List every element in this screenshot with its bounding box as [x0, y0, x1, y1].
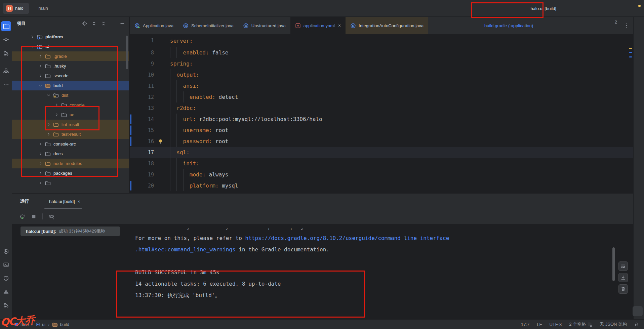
- chevron-right-icon[interactable]: [38, 64, 43, 69]
- close-icon[interactable]: ×: [78, 199, 80, 204]
- more-tool-button[interactable]: [1, 79, 11, 89]
- chevron-down-icon[interactable]: [30, 44, 35, 49]
- gutter[interactable]: 11: [130, 80, 170, 91]
- console-vertical-scrollbar[interactable]: [612, 247, 615, 281]
- inspection-widget[interactable]: 2: [614, 19, 624, 25]
- chevron-right-icon[interactable]: [38, 151, 43, 157]
- git-tool-button[interactable]: [1, 300, 11, 310]
- error-stripe-mark[interactable]: [629, 48, 632, 49]
- run-console[interactable]: determine if they come from your own scr…: [121, 224, 633, 319]
- close-icon[interactable]: ×: [338, 23, 341, 28]
- run-result-item[interactable]: halo:ui [build]: 成功 3分钟45秒429毫秒: [21, 227, 120, 236]
- hide-icon[interactable]: [118, 19, 126, 28]
- tree-item-platform[interactable]: platform: [12, 32, 129, 42]
- run-configuration-selector[interactable]: halo:ui [build]: [528, 6, 559, 11]
- change-marker[interactable]: [130, 136, 131, 146]
- target-icon[interactable]: [81, 19, 89, 28]
- tree-item-.husky[interactable]: .husky: [12, 61, 129, 71]
- chevron-right-icon[interactable]: [38, 73, 43, 79]
- chevron-right-icon[interactable]: [38, 180, 43, 186]
- warning-tool-button[interactable]: [1, 287, 11, 297]
- gutter[interactable]: 1: [130, 35, 170, 47]
- tree-item-lint-result[interactable]: lint-result: [12, 120, 129, 129]
- tab-application.yaml[interactable]: Yapplication.yaml×: [290, 17, 346, 34]
- spring-tool-button[interactable]: [634, 35, 644, 45]
- debug-button[interactable]: [573, 3, 583, 14]
- pull-requests-tool-button[interactable]: [1, 48, 11, 58]
- scroll-end-button[interactable]: [618, 273, 628, 282]
- shield-tool-button[interactable]: [634, 66, 644, 76]
- run-float-button[interactable]: [633, 306, 643, 316]
- settings-button[interactable]: [631, 3, 642, 14]
- chevron-down-icon[interactable]: [46, 93, 51, 98]
- gutter[interactable]: 17: [130, 147, 170, 158]
- tree-item-docs[interactable]: docs: [12, 149, 129, 159]
- tree-item-node_modules[interactable]: node_modules: [12, 159, 129, 168]
- change-marker[interactable]: [130, 125, 131, 135]
- gutter[interactable]: 12: [130, 91, 170, 102]
- tree-item-test-result[interactable]: test-result: [12, 129, 129, 139]
- preview-button[interactable]: [47, 212, 56, 221]
- chevron-right-icon[interactable]: [46, 122, 51, 127]
- run-panel-tab[interactable]: halo:ui [build] ×: [42, 194, 84, 209]
- gutter[interactable]: 19: [130, 169, 170, 180]
- project-tree-scrollbar[interactable]: [126, 36, 128, 69]
- gutter[interactable]: 10: [130, 69, 170, 80]
- problems-tool-button[interactable]: [1, 273, 11, 283]
- chevron-down-icon[interactable]: [38, 83, 43, 88]
- tab-Unstructured.java[interactable]: CUnstructured.java: [238, 17, 290, 34]
- stop-button[interactable]: [29, 212, 38, 221]
- tree-item-packages[interactable]: packages: [12, 168, 129, 178]
- search-everywhere-button[interactable]: [620, 3, 631, 14]
- status-item-无 JSON 架构[interactable]: 无 JSON 架构: [600, 321, 627, 327]
- project-view-selector[interactable]: 项目: [17, 20, 27, 27]
- tab-build.gradle (:application)[interactable]: build.gradle (:application): [477, 17, 538, 34]
- commit-tool-button[interactable]: [1, 35, 11, 45]
- kebab-icon[interactable]: [109, 19, 117, 28]
- tree-item-ui[interactable]: ui: [12, 42, 129, 51]
- services-tool-button[interactable]: [1, 246, 11, 256]
- gutter[interactable]: 14: [130, 114, 170, 125]
- more-actions-button[interactable]: [583, 3, 594, 14]
- change-marker[interactable]: [130, 114, 131, 124]
- gutter[interactable]: 9: [130, 58, 170, 69]
- chevron-right-icon[interactable]: [38, 54, 43, 59]
- change-stripe-mark[interactable]: [629, 52, 632, 53]
- tree-item-partial[interactable]: [12, 178, 129, 188]
- chevron-right-icon[interactable]: [38, 141, 43, 147]
- chevron-right-icon[interactable]: [30, 34, 35, 40]
- gutter[interactable]: 15: [130, 125, 170, 136]
- intention-bulb-icon[interactable]: [158, 139, 163, 144]
- status-item-UTF-8[interactable]: UTF-8: [549, 322, 562, 327]
- gutter[interactable]: 8: [130, 47, 170, 58]
- softwrap-button[interactable]: [618, 261, 628, 271]
- editor[interactable]: 1server:8 enabled: false9spring:10 outpu…: [130, 35, 633, 191]
- bell-tool-button[interactable]: [634, 21, 644, 31]
- kebab-button[interactable]: [58, 212, 68, 221]
- tab-IntegrationAutoConfiguration.java[interactable]: CIntegrationAutoConfiguration.java: [346, 17, 428, 34]
- branch-widget[interactable]: main: [37, 6, 50, 11]
- tree-item-console[interactable]: console: [12, 100, 129, 110]
- tree-item-build[interactable]: build: [12, 81, 129, 90]
- gradle-tool-button[interactable]: [634, 48, 644, 58]
- status-item-17:7[interactable]: 17:7: [521, 322, 529, 327]
- status-item-unlock-icon[interactable]: [634, 322, 639, 327]
- breadcrumb-item-build[interactable]: build: [52, 322, 69, 327]
- expand-all-icon[interactable]: [90, 19, 98, 28]
- gutter[interactable]: 16: [130, 136, 170, 147]
- status-item-2 个空格[interactable]: 2 个空格: [569, 321, 592, 327]
- structure-tool-button[interactable]: [1, 66, 11, 76]
- rerun-button[interactable]: [17, 212, 27, 221]
- tab-SchemeInitializer.java[interactable]: CSchemeInitializer.java: [178, 17, 238, 34]
- tree-item-.vscode[interactable]: .vscode: [12, 71, 129, 81]
- tree-item-console-src[interactable]: console-src: [12, 139, 129, 149]
- trash-button[interactable]: [618, 284, 628, 294]
- chevron-right-icon[interactable]: [46, 132, 51, 137]
- gutter[interactable]: 18: [130, 158, 170, 169]
- change-marker[interactable]: [130, 181, 131, 191]
- tree-item-.gradle[interactable]: .gradle: [12, 51, 129, 61]
- tree-item-dist[interactable]: dist: [12, 90, 129, 100]
- chevron-right-icon[interactable]: [54, 112, 59, 118]
- chevron-right-icon[interactable]: [54, 102, 59, 108]
- collapse-all-icon[interactable]: [99, 19, 108, 28]
